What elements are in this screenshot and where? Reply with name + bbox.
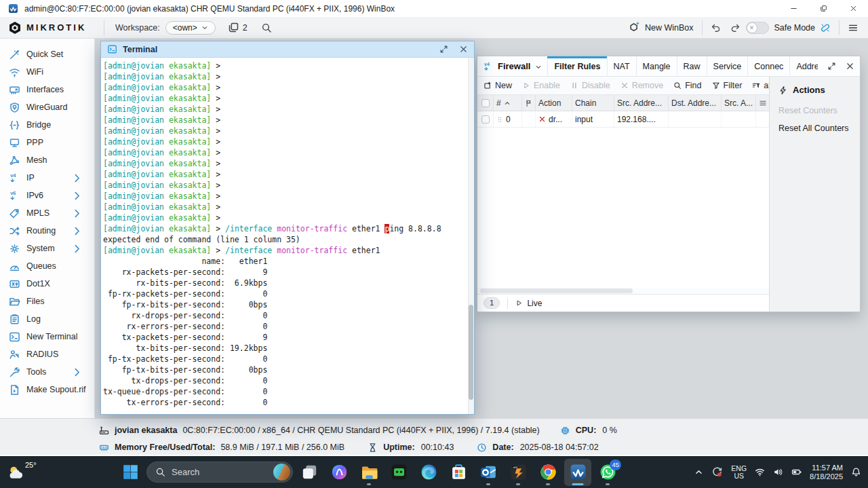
- row-select[interactable]: [477, 111, 494, 127]
- taskbar-app-copilot[interactable]: [326, 459, 353, 486]
- sidebar-item-routing[interactable]: Routing: [0, 222, 94, 240]
- remove-button[interactable]: Remove: [620, 81, 664, 90]
- wifi-icon[interactable]: [755, 467, 765, 477]
- open-windows-icon[interactable]: [228, 22, 239, 33]
- disable-button[interactable]: Disable: [570, 81, 610, 90]
- tab-service[interactable]: Service: [707, 56, 748, 77]
- cell-src-address: 192.168....: [614, 111, 669, 127]
- taskbar-search[interactable]: Search: [146, 462, 293, 483]
- chevron-down-icon[interactable]: [535, 64, 542, 71]
- close-icon[interactable]: [459, 45, 468, 54]
- terminal-scrollbar[interactable]: [468, 58, 474, 414]
- sidebar-item-quick-set[interactable]: Quick Set: [0, 45, 94, 63]
- new-button[interactable]: New: [484, 81, 512, 90]
- header-columns-menu[interactable]: [756, 95, 768, 111]
- terminal-body[interactable]: [admin@jovian ekasakta] > [admin@jovian …: [101, 58, 474, 414]
- taskbar-app-start[interactable]: [117, 459, 144, 486]
- header-src-address[interactable]: Src. Addre...: [614, 95, 669, 111]
- close-icon[interactable]: [846, 62, 854, 71]
- tab-nat[interactable]: NAT: [607, 56, 636, 77]
- mikrotik-brand: MIKROTIK: [0, 21, 96, 35]
- notifications-icon[interactable]: [851, 467, 861, 477]
- workspace-select[interactable]: <own>: [165, 21, 216, 35]
- sidebar-item-make-supout-rif[interactable]: Make Supout.rif: [0, 381, 94, 398]
- sidebar-item-mpls[interactable]: MPLS: [0, 204, 94, 222]
- weather-widget[interactable]: 25°: [7, 461, 37, 481]
- sidebar-item-queues[interactable]: Queues: [0, 257, 94, 275]
- close-button[interactable]: [838, 0, 868, 17]
- taskbar-app-store[interactable]: [445, 459, 472, 486]
- taskbar-app-x64-app[interactable]: x64: [505, 459, 532, 486]
- tray-overflow-icon[interactable]: [694, 468, 703, 476]
- safe-mode-toggle[interactable]: ✕: [746, 22, 769, 34]
- tab-addres[interactable]: Addres: [789, 56, 818, 77]
- terminal-titlebar[interactable]: Terminal: [101, 41, 474, 58]
- action-reset-all-counters[interactable]: Reset All Counters: [778, 124, 860, 133]
- sidebar-item-new-terminal[interactable]: New Terminal: [0, 328, 94, 345]
- sidebar-item-interfaces[interactable]: Interfaces: [0, 81, 94, 98]
- scrollbar-thumb[interactable]: [469, 305, 473, 400]
- tab-filter-rules[interactable]: Filter Rules: [547, 56, 606, 77]
- taskbar-app-task-view[interactable]: [296, 459, 323, 486]
- new-winbox-button[interactable]: New WinBox: [645, 23, 694, 33]
- sidebar-item-files[interactable]: Files: [0, 293, 94, 310]
- search-highlight-image[interactable]: [273, 464, 290, 481]
- live-button[interactable]: Live: [515, 299, 542, 308]
- terminal-line: fp-tx-packets-per-second: 0: [103, 354, 466, 364]
- row-checkbox[interactable]: [481, 115, 490, 124]
- clock-widget[interactable]: 11:57 AM 8/18/2025: [810, 464, 843, 481]
- scrollbar-thumb[interactable]: [480, 288, 633, 293]
- firewall-titlebar[interactable]: v4 Firewall Filter RulesNATMangleRawServ…: [477, 56, 860, 77]
- sidebar-item-ppp[interactable]: PPP: [0, 134, 94, 151]
- header-select[interactable]: [477, 95, 494, 111]
- expand-icon[interactable]: [827, 62, 836, 71]
- drag-handle-icon[interactable]: [496, 115, 503, 124]
- tab-connec[interactable]: Connec: [747, 56, 789, 77]
- taskbar-app-chrome[interactable]: [534, 459, 561, 486]
- restore-button[interactable]: [808, 0, 838, 17]
- undo-icon[interactable]: [711, 22, 722, 33]
- action-reset-counters[interactable]: Reset Counters: [778, 106, 860, 115]
- select-all-checkbox[interactable]: [481, 99, 490, 107]
- terminal-line: [admin@jovian ekasakta] >: [103, 158, 466, 169]
- sidebar-item-mesh[interactable]: Mesh: [0, 151, 94, 169]
- sidebar-item-log[interactable]: Log: [0, 310, 94, 328]
- find-button[interactable]: Find: [673, 81, 701, 90]
- tab-mangle[interactable]: Mangle: [636, 56, 677, 77]
- sidebar-item-ip[interactable]: v4IP: [0, 169, 94, 187]
- header-number[interactable]: #: [494, 95, 522, 111]
- header-src-a[interactable]: Src. A...: [722, 95, 756, 111]
- header-chain[interactable]: Chain: [572, 95, 614, 111]
- horizontal-scrollbar[interactable]: [477, 288, 769, 294]
- taskbar-app-outlook[interactable]: [475, 459, 502, 486]
- header-flag[interactable]: [522, 95, 536, 111]
- taskbar-app-edge[interactable]: [415, 459, 442, 486]
- enable-button[interactable]: Enable: [522, 81, 560, 90]
- sidebar-item-system[interactable]: System: [0, 240, 94, 257]
- sidebar-item-tools[interactable]: Tools: [0, 363, 94, 381]
- header-action[interactable]: Action: [536, 95, 572, 111]
- sidebar-item-radius[interactable]: RADIUS: [0, 345, 94, 363]
- taskbar-app-winbox[interactable]: [564, 459, 591, 486]
- filter-button[interactable]: Filter: [712, 81, 743, 90]
- sidebar-item-wireguard[interactable]: WireGuard: [0, 98, 94, 116]
- recording-indicator-icon[interactable]: [711, 466, 723, 478]
- sidebar-item-wifi[interactable]: WiFi: [0, 63, 94, 81]
- sidebar-item-bridge[interactable]: Bridge: [0, 116, 94, 134]
- battery-icon[interactable]: [791, 467, 802, 477]
- menu-icon[interactable]: [848, 22, 859, 33]
- taskbar-app-file-explorer[interactable]: [355, 459, 382, 486]
- sidebar-item-dot1x[interactable]: Dot1X: [0, 275, 94, 293]
- expand-icon[interactable]: [439, 45, 448, 54]
- taskbar-app-green-console[interactable]: [385, 459, 412, 486]
- table-row[interactable]: 0dr...input192.168....: [477, 111, 769, 128]
- tab-raw[interactable]: Raw: [677, 56, 707, 77]
- header-dst-address[interactable]: Dst. Addre...: [669, 95, 722, 111]
- language-indicator[interactable]: ENG US: [731, 465, 747, 480]
- redo-icon[interactable]: [730, 22, 741, 33]
- taskbar-app-whatsapp[interactable]: 45: [594, 459, 621, 486]
- sidebar-item-ipv6[interactable]: v6IPv6: [0, 187, 94, 204]
- volume-icon[interactable]: [773, 467, 783, 477]
- minimize-button[interactable]: [778, 0, 808, 17]
- global-search-icon[interactable]: [261, 22, 272, 33]
